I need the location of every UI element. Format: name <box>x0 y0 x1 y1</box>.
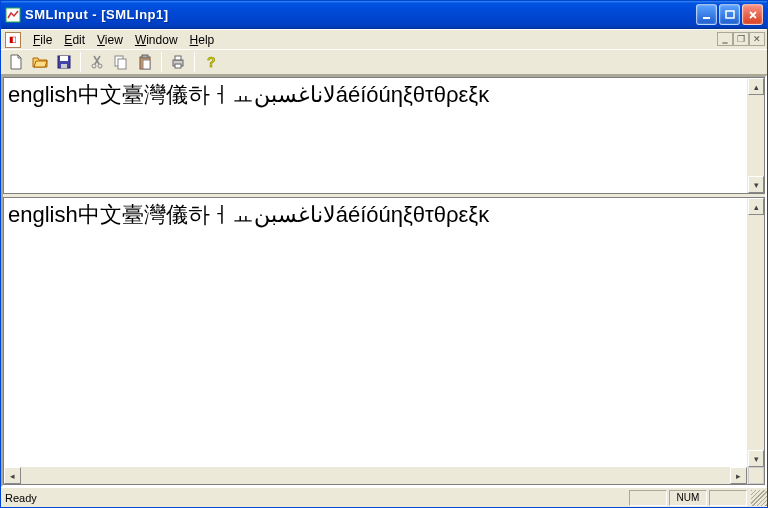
bottom-pane-text[interactable]: english中文臺灣儀하ㅓㅛلاناغسبنáéíóúηξθτθρεξκ <box>4 198 747 467</box>
scroll-left-icon[interactable]: ◂ <box>4 467 21 484</box>
svg-rect-11 <box>142 55 148 58</box>
mdi-controls: ‗ ❐ ✕ <box>717 32 765 46</box>
scroll-up-icon[interactable]: ▴ <box>748 198 764 215</box>
toolbar-separator <box>194 52 195 72</box>
svg-rect-5 <box>61 64 67 68</box>
window-buttons <box>696 4 763 25</box>
close-button[interactable] <box>742 4 763 25</box>
svg-text:?: ? <box>207 54 216 70</box>
app-icon <box>5 7 21 23</box>
status-cell-num: NUM <box>669 490 707 506</box>
new-button[interactable] <box>5 51 27 73</box>
help-button[interactable]: ? <box>200 51 222 73</box>
minimize-button[interactable] <box>696 4 717 25</box>
toolbar-separator <box>80 52 81 72</box>
scroll-down-icon[interactable]: ▾ <box>748 176 764 193</box>
svg-point-7 <box>98 64 102 68</box>
status-cell-cap <box>629 490 667 506</box>
status-text: Ready <box>5 492 629 504</box>
app-window: SMLInput - [SMLInp1] ◧ File Edit View Wi… <box>0 0 768 508</box>
top-pane: english中文臺灣儀하ㅓㅛلاناغسبنáéíóúηξθτθρεξκ ▴ … <box>3 77 765 194</box>
resize-grip-icon[interactable] <box>751 490 767 506</box>
statusbar: Ready NUM <box>1 487 767 507</box>
window-title: SMLInput - [SMLInp1] <box>25 7 696 22</box>
mdi-close-button[interactable]: ✕ <box>749 32 765 46</box>
client-area: english中文臺灣儀하ㅓㅛلاناغسبنáéíóúηξθτθρεξκ ▴ … <box>1 75 767 487</box>
scroll-down-icon[interactable]: ▾ <box>748 450 764 467</box>
save-button[interactable] <box>53 51 75 73</box>
vertical-scrollbar[interactable]: ▴ ▾ <box>747 198 764 484</box>
maximize-button[interactable] <box>719 4 740 25</box>
menu-window[interactable]: Window <box>129 32 184 48</box>
scroll-up-icon[interactable]: ▴ <box>748 78 764 95</box>
menu-file[interactable]: File <box>27 32 58 48</box>
horizontal-scrollbar[interactable]: ◂ ▸ <box>4 467 747 484</box>
bottom-pane: english中文臺灣儀하ㅓㅛلاناغسبنáéíóúηξθτθρεξκ ◂ … <box>3 197 765 485</box>
scroll-right-icon[interactable]: ▸ <box>730 467 747 484</box>
mdi-minimize-button[interactable]: ‗ <box>717 32 733 46</box>
mdi-restore-button[interactable]: ❐ <box>733 32 749 46</box>
scrollbar-corner <box>748 467 764 484</box>
svg-point-6 <box>92 64 96 68</box>
status-cell-scrl <box>709 490 747 506</box>
svg-rect-2 <box>726 11 734 18</box>
scrollbar-track[interactable] <box>748 215 764 450</box>
menu-help[interactable]: Help <box>184 32 221 48</box>
svg-rect-14 <box>175 56 181 60</box>
svg-rect-9 <box>118 59 126 69</box>
top-pane-text[interactable]: english中文臺灣儀하ㅓㅛلاناغسبنáéíóúηξθτθρεξκ <box>4 78 747 193</box>
titlebar[interactable]: SMLInput - [SMLInp1] <box>1 1 767 29</box>
menu-view[interactable]: View <box>91 32 129 48</box>
svg-rect-1 <box>703 17 710 19</box>
cut-button[interactable] <box>86 51 108 73</box>
vertical-scrollbar[interactable]: ▴ ▾ <box>747 78 764 193</box>
mdi-child-icon[interactable]: ◧ <box>5 32 21 48</box>
paste-button[interactable] <box>134 51 156 73</box>
open-button[interactable] <box>29 51 51 73</box>
print-button[interactable] <box>167 51 189 73</box>
menubar: ◧ File Edit View Window Help ‗ ❐ ✕ <box>1 29 767 49</box>
svg-rect-15 <box>175 64 181 68</box>
toolbar-separator <box>161 52 162 72</box>
toolbar: ? <box>1 49 767 75</box>
menu-edit[interactable]: Edit <box>58 32 91 48</box>
svg-rect-4 <box>60 56 68 61</box>
scrollbar-track[interactable] <box>21 467 730 484</box>
svg-rect-12 <box>143 60 150 69</box>
copy-button[interactable] <box>110 51 132 73</box>
